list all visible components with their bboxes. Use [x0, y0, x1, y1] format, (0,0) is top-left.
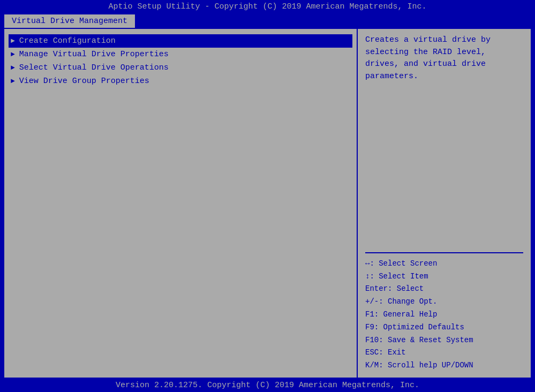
right-panel: Creates a virtual drive by selecting the…	[358, 29, 531, 378]
left-panel: ►Create Configuration►Manage Virtual Dri…	[4, 29, 358, 378]
menu-item-label: View Drive Group Properties	[19, 77, 149, 86]
key-hint-line: Enter: Select	[365, 283, 523, 296]
menu-item-label: Select Virtual Drive Operations	[19, 63, 169, 72]
key-hint-line: F9: Optimized Defaults	[365, 321, 523, 334]
key-hint-line: +/-: Change Opt.	[365, 296, 523, 308]
menu-item-label: Create Configuration	[19, 36, 116, 46]
footer-text: Version 2.20.1275. Copyright (C) 2019 Am…	[116, 381, 419, 390]
menu-item[interactable]: ►View Drive Group Properties	[11, 74, 350, 88]
key-hint-line: K/M: Scroll help UP/DOWN	[365, 359, 523, 372]
menu-item-arrow-icon: ►	[11, 50, 15, 58]
title-bar: Aptio Setup Utility - Copyright (C) 2019…	[0, 0, 535, 13]
menu-item-arrow-icon: ►	[11, 37, 15, 45]
footer-bar: Version 2.20.1275. Copyright (C) 2019 Am…	[0, 379, 535, 392]
menu-item-arrow-icon: ►	[11, 77, 15, 85]
help-description: Creates a virtual drive by selecting the…	[365, 34, 523, 248]
key-hint-line: ↕: Select Item	[365, 270, 523, 283]
menu-item[interactable]: ►Manage Virtual Drive Properties	[11, 48, 350, 61]
key-hint-line: ESC: Exit	[365, 346, 523, 359]
menu-item[interactable]: ►Create Configuration	[9, 34, 352, 48]
key-hint-line: F1: General Help	[365, 308, 523, 321]
main-content: ►Create Configuration►Manage Virtual Dri…	[3, 28, 532, 379]
tab-bar: Virtual Drive Management	[0, 13, 535, 28]
menu-item-arrow-icon: ►	[11, 64, 15, 72]
title-text: Aptio Setup Utility - Copyright (C) 2019…	[108, 2, 426, 11]
key-hint-line: ↔: Select Screen	[365, 258, 523, 270]
key-hints: ↔: Select Screen↕: Select ItemEnter: Sel…	[365, 258, 523, 372]
menu-item[interactable]: ►Select Virtual Drive Operations	[11, 61, 350, 74]
key-hint-line: F10: Save & Reset System	[365, 334, 523, 347]
menu-item-label: Manage Virtual Drive Properties	[19, 50, 169, 59]
active-tab[interactable]: Virtual Drive Management	[4, 14, 135, 28]
help-divider	[365, 252, 523, 253]
